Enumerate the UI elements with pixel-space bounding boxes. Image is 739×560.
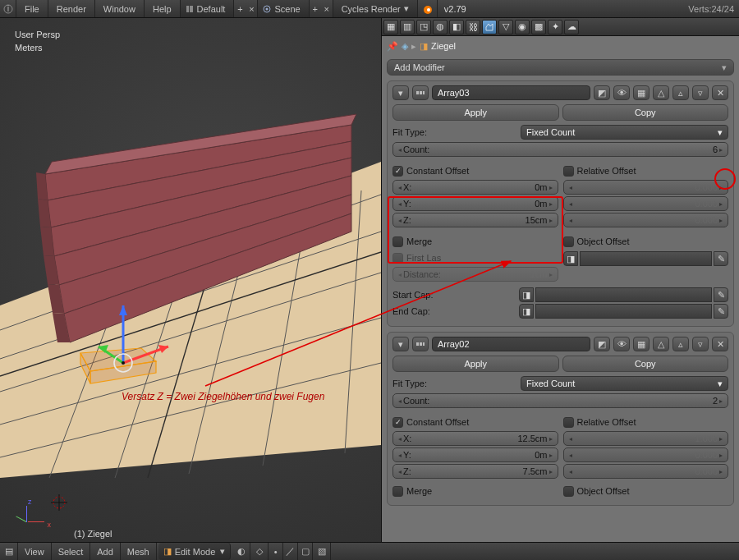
shading-icon[interactable]: ◐: [232, 543, 250, 560]
properties-panel: ▦ ▥ ◳ ◍ ◧ ⛓ ▽ ◉ ▩ ✦ ☁ 📌 ◈ ▸ ◨ Ziegel Add…: [381, 18, 739, 542]
fit-type-dropdown[interactable]: Fixed Count ▾: [521, 125, 728, 140]
copy-button[interactable]: Copy: [562, 356, 729, 372]
tab-particles-icon[interactable]: ✦: [548, 20, 562, 34]
cube-icon[interactable]: ◨: [519, 287, 534, 302]
apply-button[interactable]: Apply: [392, 356, 559, 372]
svg-point-44: [122, 361, 125, 365]
collapse-icon[interactable]: ▾: [392, 85, 409, 100]
select-face-icon[interactable]: ▢: [298, 543, 313, 560]
object-offset-checkbox[interactable]: [563, 236, 574, 247]
relative-offset-checkbox[interactable]: [563, 417, 574, 428]
engine-dropdown[interactable]: Cycles Render ▾: [333, 0, 418, 17]
layout-add-close[interactable]: +×: [234, 0, 258, 17]
menu-render[interactable]: Render: [48, 0, 95, 17]
fit-type-dropdown[interactable]: Fixed Count▾: [521, 376, 728, 391]
tab-constraints-icon[interactable]: ⛓: [466, 20, 480, 34]
info-icon[interactable]: i: [0, 0, 16, 17]
collapse-icon[interactable]: ▾: [392, 337, 409, 351]
pin-icon[interactable]: 📌: [387, 41, 398, 52]
move-up-button[interactable]: ▵: [672, 337, 689, 351]
eyedropper-icon[interactable]: ✎: [714, 251, 728, 266]
rel-x-field[interactable]: ◂1.000▸: [563, 431, 729, 446]
copy-button[interactable]: Copy: [562, 104, 729, 121]
rel-y-field[interactable]: ◂0.000▸: [563, 448, 729, 462]
tab-data-icon[interactable]: ▽: [498, 20, 513, 34]
edit-toggle-icon[interactable]: ▦: [633, 85, 649, 100]
occlude-icon[interactable]: ▧: [313, 543, 331, 560]
move-down-button[interactable]: ▿: [692, 85, 709, 100]
tab-modifiers-icon[interactable]: [482, 20, 497, 34]
menu-window[interactable]: Window: [95, 0, 145, 17]
rel-z-field[interactable]: ◂0.000▸: [563, 464, 729, 479]
end-cap-picker[interactable]: [535, 304, 712, 319]
delete-modifier-button[interactable]: ✕: [712, 85, 728, 100]
select-edge-icon[interactable]: ／: [283, 543, 298, 560]
move-up-button[interactable]: ▵: [672, 85, 689, 100]
rel-z-field[interactable]: ◂0.000▸: [563, 213, 729, 227]
menu-help[interactable]: Help: [145, 0, 181, 17]
count-field[interactable]: ◂ Count: 6 ▸: [392, 142, 728, 157]
select-vert-icon[interactable]: •: [269, 543, 283, 560]
start-cap-picker[interactable]: [535, 287, 712, 302]
tab-object-icon[interactable]: ◧: [449, 20, 464, 34]
engine-name: Cycles Render: [342, 4, 401, 14]
pivot-icon[interactable]: ◇: [250, 543, 269, 560]
tab-texture-icon[interactable]: ▩: [531, 20, 546, 34]
editor-type-icon[interactable]: ▤: [0, 543, 18, 560]
tab-world-icon[interactable]: ◍: [433, 20, 448, 34]
modifier-name-input[interactable]: Array02: [432, 337, 590, 351]
add-modifier-dropdown[interactable]: Add Modifier ▾: [387, 59, 734, 76]
cage-toggle-icon[interactable]: △: [653, 337, 669, 351]
delete-modifier-button[interactable]: ✕: [712, 337, 728, 351]
display-toggle-icon[interactable]: 👁: [613, 85, 630, 100]
modifier-name-input[interactable]: Array03: [432, 85, 590, 100]
footer-view[interactable]: View: [18, 543, 52, 560]
rel-x-field[interactable]: ◂0.000▸: [563, 180, 729, 195]
scene-add-close[interactable]: +×: [310, 0, 333, 17]
cage-toggle-icon[interactable]: △: [653, 85, 669, 100]
const-z-field[interactable]: ◂Z:7.5cm▸: [392, 464, 558, 479]
3d-viewport[interactable]: User Persp Meters (1) Ziegel Versatz Z =…: [0, 18, 381, 542]
render-toggle-icon[interactable]: ◩: [594, 337, 610, 351]
tab-render-icon[interactable]: ▦: [383, 20, 398, 34]
edit-toggle-icon[interactable]: ▦: [633, 337, 649, 351]
relative-offset-checkbox[interactable]: [563, 166, 574, 177]
render-toggle-icon[interactable]: ◩: [594, 85, 610, 100]
constant-offset-checkbox[interactable]: [392, 417, 403, 428]
axis-gizmo-icon: xz: [13, 501, 46, 534]
merge-checkbox[interactable]: [392, 486, 403, 497]
menu-file[interactable]: File: [16, 0, 48, 17]
apply-button[interactable]: Apply: [392, 104, 559, 121]
footer-add[interactable]: Add: [90, 543, 121, 560]
rel-y-field[interactable]: ◂0.000▸: [563, 196, 729, 211]
object-offset-checkbox[interactable]: [563, 486, 574, 497]
constant-offset-checkbox[interactable]: [392, 166, 403, 177]
tab-material-icon[interactable]: ◉: [515, 20, 530, 34]
modifier-array02: ▾ Array02 ◩ 👁 ▦ △ ▵ ▿ ✕ Apply Copy: [387, 332, 734, 506]
eyedropper-icon[interactable]: ✎: [714, 304, 728, 319]
const-y-field[interactable]: ◂Y:0m▸: [392, 196, 558, 211]
const-z-field[interactable]: ◂Z:15cm▸: [392, 213, 558, 227]
footer-select[interactable]: Select: [52, 543, 91, 560]
tab-scene-icon[interactable]: ◳: [416, 20, 431, 34]
const-y-field[interactable]: ◂Y:0m▸: [392, 448, 558, 462]
eyedropper-icon[interactable]: ✎: [714, 287, 728, 302]
display-toggle-icon[interactable]: 👁: [613, 337, 630, 351]
const-x-field[interactable]: ◂X:0m▸: [392, 180, 558, 195]
count-field[interactable]: ◂Count:2▸: [392, 393, 728, 408]
mode-dropdown[interactable]: ◨ Edit Mode ▾: [158, 543, 232, 560]
cube-icon[interactable]: ◨: [563, 251, 578, 266]
layout-dropdown[interactable]: Default: [181, 0, 235, 17]
const-x-field[interactable]: ◂X:12.5cm▸: [392, 431, 558, 446]
merge-checkbox[interactable]: [392, 236, 403, 247]
scene-dropdown[interactable]: Scene: [258, 0, 309, 17]
tab-physics-icon[interactable]: ☁: [564, 20, 579, 34]
tab-layers-icon[interactable]: ▥: [400, 20, 415, 34]
svg-rect-50: [423, 91, 425, 94]
footer-mesh[interactable]: Mesh: [121, 543, 157, 560]
svg-rect-53: [423, 342, 425, 346]
cube-icon[interactable]: ◨: [519, 304, 534, 319]
object-offset-picker[interactable]: [580, 251, 713, 266]
scene-name: Scene: [274, 4, 300, 14]
move-down-button[interactable]: ▿: [692, 337, 709, 351]
